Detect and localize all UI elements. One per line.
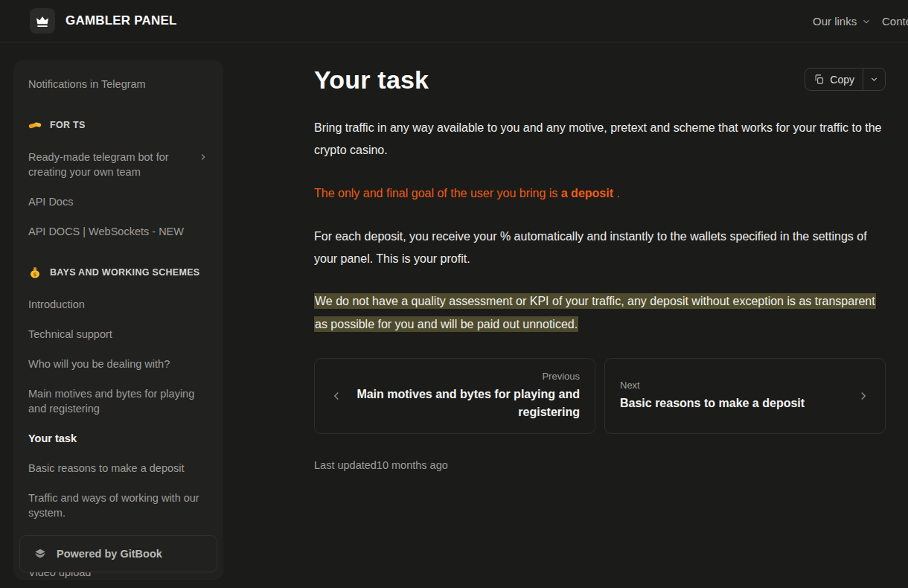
chevron-right-icon	[857, 389, 870, 403]
top-header: GAMBLER PANEL Our links Conte	[0, 0, 908, 42]
sidebar-item-ready-made-bot[interactable]: Ready-made telegram bot for creating you…	[28, 150, 208, 179]
sidebar-item-label: API Docs	[28, 194, 208, 209]
previous-page-card[interactable]: Previous Main motives and bytes for play…	[314, 358, 595, 434]
chevron-down-icon	[861, 16, 872, 27]
sidebar-section-bays-schemes: $ BAYS AND WORKING SCHEMES	[28, 266, 208, 279]
paragraph-intro: Bring traffic in any way available to yo…	[314, 117, 886, 162]
sidebar-item-label: Who will you be dealing with?	[28, 357, 208, 371]
sidebar-section-label: FOR TS	[50, 120, 86, 130]
sidebar-item-label: Notifications in Telegram	[28, 77, 208, 92]
paragraph-goal: The only and final goal of the user you …	[314, 182, 886, 205]
powered-by-gitbook-link[interactable]: Powered by GitBook	[19, 535, 217, 572]
brand-home-link[interactable]: GAMBLER PANEL	[30, 8, 177, 33]
sidebar-item-label: Technical support	[28, 327, 208, 342]
copy-dropdown-toggle[interactable]	[863, 68, 885, 90]
copy-button-group: Copy	[805, 68, 886, 91]
highlighted-text: We do not have a quality assessment or K…	[314, 293, 876, 332]
sidebar-item-your-task[interactable]: Your task	[28, 431, 208, 446]
sidebar-item-notifications-telegram[interactable]: Notifications in Telegram	[28, 77, 208, 92]
goal-suffix: .	[613, 187, 620, 199]
sidebar-item-api-docs-websockets[interactable]: API DOCS | WebSockets - NEW	[28, 224, 208, 239]
paragraph-highlighted: We do not have a quality assessment or K…	[314, 290, 886, 336]
our-links-menu[interactable]: Our links	[813, 0, 872, 42]
copy-icon	[813, 74, 825, 85]
page-title: Your task	[314, 65, 429, 95]
chevron-left-icon	[330, 389, 343, 403]
next-label: Next	[620, 380, 846, 391]
sidebar-item-api-docs[interactable]: API Docs	[28, 194, 208, 209]
sidebar-item-label: Basic reasons to make a deposit	[28, 461, 208, 476]
last-updated-label: Last updated	[314, 459, 377, 471]
sidebar-item-basic-reasons[interactable]: Basic reasons to make a deposit	[28, 461, 208, 476]
goal-text: The only and final goal of the user you …	[314, 187, 561, 199]
sidebar-item-traffic-ways[interactable]: Traffic and ways of working with our sys…	[28, 490, 208, 520]
copy-button[interactable]: Copy	[805, 74, 863, 86]
conte-label: Conte	[882, 15, 908, 28]
copy-button-label: Copy	[830, 74, 854, 86]
sidebar-item-label: Introduction	[28, 297, 208, 312]
moneybag-icon: $	[28, 266, 42, 279]
brand-title: GAMBLER PANEL	[65, 13, 177, 28]
page-navigation: Previous Main motives and bytes for play…	[314, 358, 886, 434]
sidebar-item-label: Traffic and ways of working with our sys…	[28, 490, 208, 520]
sidebar-section-label: BAYS AND WORKING SCHEMES	[50, 267, 199, 278]
goal-bold-text: a deposit	[561, 187, 613, 199]
conte-menu[interactable]: Conte	[882, 0, 908, 42]
next-title: Basic reasons to make a deposit	[620, 394, 846, 412]
previous-title: Main motives and bytes for playing and r…	[354, 386, 580, 421]
sidebar-item-introduction[interactable]: Introduction	[28, 297, 208, 312]
sidebar-section-for-ts: FOR TS	[28, 118, 208, 132]
previous-label: Previous	[354, 371, 580, 382]
chevron-right-icon	[198, 151, 208, 166]
sidebar: Notifications in Telegram FOR TS Ready-m…	[13, 60, 223, 580]
svg-text:$: $	[33, 271, 37, 278]
powered-by-label: Powered by GitBook	[57, 548, 162, 560]
chevron-down-icon	[869, 74, 879, 84]
next-page-card[interactable]: Next Basic reasons to make a deposit	[604, 358, 886, 434]
main-content: Your task Copy Bring traffic in any way …	[223, 42, 908, 471]
sidebar-item-label: Ready-made telegram bot for creating you…	[28, 150, 198, 179]
last-updated-value: 10 months ago	[377, 459, 448, 471]
handshake-icon	[28, 118, 42, 132]
sidebar-item-label: Main motives and bytes for playing and r…	[28, 386, 208, 416]
sidebar-item-technical-support[interactable]: Technical support	[28, 327, 208, 342]
sidebar-item-label: API DOCS | WebSockets - NEW	[28, 224, 208, 239]
paragraph-profit: For each deposit, you receive your % aut…	[314, 226, 886, 270]
sidebar-item-who-dealing-with[interactable]: Who will you be dealing with?	[28, 357, 208, 371]
sidebar-item-label: Your task	[28, 431, 208, 446]
crown-icon	[30, 8, 55, 33]
sidebar-item-main-motives[interactable]: Main motives and bytes for playing and r…	[28, 386, 208, 416]
gitbook-icon	[33, 547, 47, 560]
last-updated: Last updated10 months ago	[314, 459, 886, 471]
our-links-label: Our links	[813, 15, 857, 28]
